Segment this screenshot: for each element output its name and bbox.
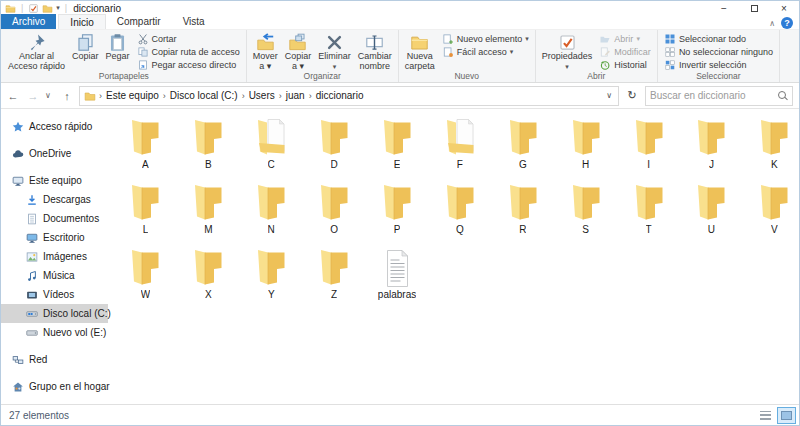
status-bar: 27 elementos — [1, 404, 799, 425]
ribbon-button-new-item[interactable]: Nuevo elemento▾ — [439, 32, 532, 45]
folder-item-C[interactable]: C — [240, 117, 303, 182]
sidebar-item-música[interactable]: Música — [1, 266, 108, 285]
back-button[interactable]: ← — [5, 90, 21, 102]
close-button[interactable]: × — [769, 1, 799, 15]
address-bar[interactable]: ›Este equipo›Disco local (C:)›Users›juan… — [79, 86, 619, 106]
folder-item-V[interactable]: V — [743, 182, 799, 247]
minimize-button[interactable]: − — [709, 1, 739, 15]
thumbnails-view-button[interactable] — [777, 407, 796, 424]
ribbon-button-pin-quick-access[interactable]: Anclar alAcceso rápido — [5, 32, 68, 71]
ribbon-button-cut[interactable]: Cortar — [134, 32, 243, 45]
breadcrumb-item[interactable]: diccionario — [313, 90, 367, 101]
edit-icon — [599, 46, 611, 58]
breadcrumb-item[interactable]: Este equipo — [103, 90, 162, 101]
folder-item-I[interactable]: I — [617, 117, 680, 182]
ribbon-button-select-all[interactable]: Seleccionar todo — [661, 32, 776, 45]
qat-separator: | — [21, 3, 23, 13]
collapse-ribbon-icon[interactable]: ∧ — [769, 19, 775, 28]
up-button[interactable]: ↑ — [59, 90, 75, 102]
refresh-icon[interactable]: ↻ — [623, 89, 641, 102]
rename-icon — [365, 33, 384, 52]
ribbon-group-abrir: Propiedades▾Abrir▾ModificarHistorialAbri… — [536, 30, 658, 82]
folder-item-D[interactable]: D — [303, 117, 366, 182]
breadcrumb-item[interactable]: Users — [246, 90, 278, 101]
new-folder-qat-icon[interactable] — [42, 3, 53, 14]
ribbon-button-properties[interactable]: Propiedades▾ — [539, 32, 596, 71]
ribbon-button-select-none[interactable]: No seleccionar ninguno — [661, 45, 776, 58]
ribbon-button-copy-path[interactable]: Copiar ruta de acceso — [134, 45, 243, 58]
folder-item-U[interactable]: U — [680, 182, 743, 247]
details-view-button[interactable] — [756, 407, 775, 424]
recent-locations-icon[interactable]: ∨ — [45, 91, 55, 100]
folder-item-B[interactable]: B — [177, 117, 240, 182]
help-icon[interactable]: ? — [781, 17, 793, 29]
explorer-app-icon[interactable] — [5, 3, 16, 14]
sidebar-item-nuevo-vol-e[interactable]: Nuevo vol (E:) — [1, 323, 108, 342]
sidebar-item-grupo-en-el-hogar[interactable]: Grupo en el hogar — [1, 377, 108, 396]
sidebar-item-documentos[interactable]: Documentos — [1, 209, 108, 228]
ribbon-button-select-invert[interactable]: Invertir selección — [661, 58, 776, 71]
folder-icon — [251, 182, 291, 224]
sidebar-item-disco-local-c[interactable]: Disco local (C:) — [1, 304, 108, 323]
ribbon-button-paste[interactable]: Pegar — [103, 32, 133, 71]
ribbon-button-history[interactable]: Historial — [596, 58, 654, 71]
folder-item-O[interactable]: O — [303, 182, 366, 247]
sidebar-item-este-equipo[interactable]: Este equipo — [1, 171, 108, 190]
folder-item-F[interactable]: F — [428, 117, 491, 182]
ribbon-group-items: Propiedades▾Abrir▾ModificarHistorial — [537, 30, 656, 71]
folder-item-M[interactable]: M — [177, 182, 240, 247]
folder-item-Y[interactable]: Y — [240, 247, 303, 312]
tab-inicio[interactable]: Inicio — [58, 14, 105, 29]
tab-compartir[interactable]: Compartir — [106, 14, 172, 29]
sidebar-item-acceso-rápido[interactable]: Acceso rápido — [1, 117, 108, 136]
folder-icon — [503, 182, 543, 224]
ribbon-button-easy-access[interactable]: Fácil acceso▾ — [439, 45, 532, 58]
folder-item-E[interactable]: E — [366, 117, 429, 182]
file-list-area[interactable]: ABCDEFGHIJKLMNOPQRSTUVWXYZpalabras — [108, 109, 799, 404]
file-item-palabras[interactable]: palabras — [366, 247, 429, 312]
sidebar-item-descargas[interactable]: Descargas — [1, 190, 108, 209]
file-item-label: N — [268, 224, 275, 235]
sidebar-item-onedrive[interactable]: OneDrive — [1, 144, 108, 163]
folder-item-T[interactable]: T — [617, 182, 680, 247]
address-dropdown-icon[interactable]: ∨ — [602, 91, 616, 100]
folder-item-Q[interactable]: Q — [428, 182, 491, 247]
breadcrumb-item[interactable]: Disco local (C:) — [167, 90, 241, 101]
tab-vista[interactable]: Vista — [172, 14, 216, 29]
qat-customize-dropdown-icon[interactable]: ▾ — [56, 4, 60, 12]
folder-item-P[interactable]: P — [366, 182, 429, 247]
sidebar-item-vídeos[interactable]: Vídeos — [1, 285, 108, 304]
sidebar-item-label: Imágenes — [43, 251, 87, 262]
properties-qat-icon[interactable] — [28, 3, 39, 14]
folder-item-R[interactable]: R — [491, 182, 554, 247]
restore-button[interactable] — [739, 1, 769, 15]
search-input[interactable] — [650, 90, 778, 101]
sidebar-item-imágenes[interactable]: Imágenes — [1, 247, 108, 266]
folder-item-S[interactable]: S — [554, 182, 617, 247]
videos-icon — [26, 289, 38, 301]
ribbon-button-move-to[interactable]: Movera ▾ — [250, 32, 281, 71]
ribbon-button-copy-to[interactable]: Copiara ▾ — [282, 32, 315, 71]
folder-item-A[interactable]: A — [114, 117, 177, 182]
folder-item-N[interactable]: N — [240, 182, 303, 247]
tab-archivo[interactable]: Archivo — [1, 14, 56, 29]
ribbon-button-paste-shortcut[interactable]: Pegar acceso directo — [134, 58, 243, 71]
folder-item-G[interactable]: G — [491, 117, 554, 182]
search-icon[interactable] — [778, 91, 788, 101]
ribbon-button-label: Cambiarnombre — [358, 52, 392, 71]
ribbon-button-rename[interactable]: Cambiarnombre — [355, 32, 395, 71]
folder-item-K[interactable]: K — [743, 117, 799, 182]
folder-item-X[interactable]: X — [177, 247, 240, 312]
sidebar-item-red[interactable]: Red — [1, 350, 108, 369]
ribbon-button-copy[interactable]: Copiar — [69, 32, 102, 71]
ribbon-button-new-folder[interactable]: Nuevacarpeta — [402, 32, 438, 71]
ribbon-button-delete[interactable]: Eliminar▾ — [315, 32, 354, 71]
folder-item-H[interactable]: H — [554, 117, 617, 182]
sidebar-item-escritorio[interactable]: Escritorio — [1, 228, 108, 247]
folder-item-W[interactable]: W — [114, 247, 177, 312]
folder-item-J[interactable]: J — [680, 117, 743, 182]
breadcrumb-item[interactable]: juan — [283, 90, 308, 101]
folder-item-L[interactable]: L — [114, 182, 177, 247]
folder-item-Z[interactable]: Z — [303, 247, 366, 312]
drive-icon — [26, 327, 38, 339]
